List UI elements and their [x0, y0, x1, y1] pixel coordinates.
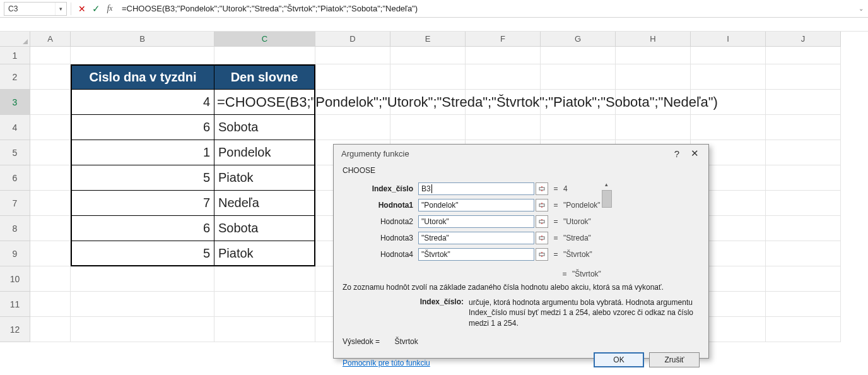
cell[interactable] [466, 47, 541, 64]
cell[interactable] [390, 64, 466, 90]
cell[interactable] [390, 115, 466, 140]
cell[interactable]: Piatok [214, 165, 315, 191]
cell[interactable]: 6 [71, 216, 214, 241]
cell[interactable] [30, 191, 71, 216]
cell[interactable] [766, 266, 841, 292]
cell[interactable] [30, 115, 71, 140]
row-header[interactable]: 2 [0, 64, 30, 90]
column-header[interactable]: A [30, 32, 71, 47]
cell[interactable] [766, 165, 841, 191]
cell[interactable] [30, 90, 71, 115]
chevron-up-icon[interactable]: ▴ [602, 180, 612, 189]
collapse-dialog-icon[interactable] [536, 232, 548, 244]
column-header[interactable]: D [315, 32, 390, 47]
cell[interactable] [214, 292, 315, 317]
cell[interactable]: Nedeľa [214, 191, 315, 216]
cell[interactable] [766, 292, 841, 317]
cell[interactable]: Sobota [214, 216, 315, 241]
cell[interactable] [691, 90, 766, 115]
cell[interactable] [30, 64, 71, 90]
cell[interactable]: 5 [71, 241, 214, 266]
cell[interactable] [214, 90, 315, 115]
cell[interactable] [315, 64, 390, 90]
column-header[interactable]: F [466, 32, 541, 47]
column-header[interactable]: B [71, 32, 214, 47]
cell[interactable] [71, 292, 214, 317]
cell[interactable]: 1 [71, 140, 214, 165]
cell[interactable] [691, 64, 766, 90]
row-header[interactable]: 4 [0, 115, 30, 140]
cell[interactable] [766, 140, 841, 165]
cell[interactable] [214, 47, 315, 64]
cell[interactable] [541, 47, 616, 64]
close-icon[interactable]: ✕ [686, 148, 703, 159]
expand-formula-bar-icon[interactable]: ⌄ [854, 5, 868, 12]
column-header[interactable]: H [616, 32, 691, 47]
cell[interactable]: Sobota [214, 115, 315, 140]
row-header[interactable]: 1 [0, 47, 30, 64]
cell[interactable] [214, 317, 315, 342]
cell[interactable] [541, 115, 616, 140]
cell[interactable] [616, 64, 691, 90]
cell[interactable]: 4 [71, 90, 214, 115]
collapse-dialog-icon[interactable] [536, 215, 548, 228]
dialog-titlebar[interactable]: Argumenty funkcie ? ✕ [334, 145, 708, 162]
cell[interactable] [30, 266, 71, 292]
cell[interactable]: 6 [71, 115, 214, 140]
cell[interactable] [766, 241, 841, 266]
cell[interactable] [766, 115, 841, 140]
column-header[interactable]: J [766, 32, 841, 47]
name-box-dropdown-icon[interactable]: ▾ [55, 3, 66, 15]
scrollbar-thumb[interactable] [602, 190, 612, 208]
cell[interactable] [616, 115, 691, 140]
cell[interactable] [541, 90, 616, 115]
column-header[interactable]: C [214, 32, 315, 47]
cell[interactable] [766, 64, 841, 90]
row-header[interactable]: 10 [0, 266, 30, 292]
fx-icon[interactable]: fx [103, 2, 117, 16]
argument-input[interactable]: "Pondelok" [418, 199, 534, 211]
cell[interactable] [315, 47, 390, 64]
name-box[interactable]: C3 ▾ [4, 2, 67, 16]
column-header[interactable]: G [541, 32, 616, 47]
cell[interactable] [30, 292, 71, 317]
cell[interactable] [30, 241, 71, 266]
cell[interactable] [71, 266, 214, 292]
cell[interactable] [691, 47, 766, 64]
column-header[interactable]: E [390, 32, 466, 47]
cell[interactable]: 7 [71, 191, 214, 216]
select-all-corner[interactable] [0, 32, 30, 47]
argument-input[interactable]: "Štvrtok" [418, 248, 534, 261]
cell[interactable] [766, 191, 841, 216]
cell[interactable] [71, 47, 214, 64]
cell[interactable] [691, 115, 766, 140]
cell[interactable] [541, 64, 616, 90]
cell[interactable] [390, 90, 466, 115]
column-header[interactable]: I [691, 32, 766, 47]
cell[interactable] [466, 64, 541, 90]
collapse-dialog-icon[interactable] [536, 199, 548, 211]
cell[interactable] [766, 216, 841, 241]
cell[interactable] [616, 90, 691, 115]
help-icon[interactable]: ? [668, 148, 686, 159]
cell[interactable] [214, 266, 315, 292]
argument-input[interactable]: "Utorok" [418, 215, 534, 228]
formula-input[interactable]: =CHOOSE(B3;"Pondelok";"Utorok";"Streda";… [117, 0, 854, 17]
cell[interactable] [30, 165, 71, 191]
cell[interactable] [315, 115, 390, 140]
cell[interactable] [30, 140, 71, 165]
arguments-scrollbar[interactable]: ▴ [601, 181, 612, 263]
cell[interactable]: Pondelok [214, 140, 315, 165]
argument-input[interactable]: B3 [418, 182, 534, 195]
cell[interactable]: Cislo dna v tyzdni [71, 64, 214, 90]
cell[interactable] [616, 47, 691, 64]
cell[interactable] [766, 90, 841, 115]
row-header[interactable]: 12 [0, 317, 30, 342]
cell[interactable] [466, 115, 541, 140]
row-header[interactable]: 8 [0, 216, 30, 241]
cell[interactable] [71, 317, 214, 342]
row-header[interactable]: 7 [0, 191, 30, 216]
cell[interactable] [315, 90, 390, 115]
cancel-icon[interactable]: ✕ [75, 2, 89, 16]
cancel-button[interactable]: Zrušiť [649, 352, 700, 367]
